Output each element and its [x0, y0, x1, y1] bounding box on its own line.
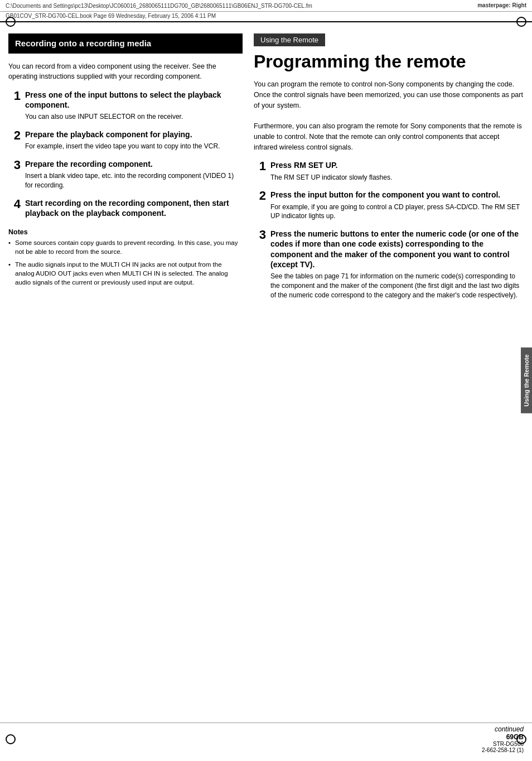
- right-step-3-content: Press the numeric buttons to enter the n…: [270, 229, 524, 300]
- right-step-number-1: 1: [254, 160, 266, 172]
- right-column: Using the Remote Programming the remote …: [254, 33, 524, 307]
- left-step-2: 2 Prepare the playback component for pla…: [8, 129, 243, 151]
- right-step-1-heading: Press RM SET UP.: [270, 160, 524, 170]
- step-3-content: Prepare the recording component. Insert …: [25, 159, 243, 190]
- right-step-number-3: 3: [254, 229, 266, 241]
- notes-title: Notes: [8, 228, 243, 236]
- note-item-1: Some sources contain copy guards to prev…: [8, 238, 243, 256]
- header-bar: C:\Documents and Settings\pc13\Desktop\J…: [0, 0, 532, 12]
- right-section-label: Using the Remote: [254, 33, 325, 46]
- step-4-heading: Start recording on the recording compone…: [25, 198, 243, 218]
- right-step-2-heading: Press the input button for the component…: [270, 190, 524, 200]
- right-step-number-2: 2: [254, 190, 266, 202]
- step-2-content: Prepare the playback component for playi…: [25, 129, 243, 151]
- footer: continued 69GB STR-DG500 2-662-258-12 (1…: [0, 723, 532, 755]
- right-step-1: 1 Press RM SET UP. The RM SET UP indicat…: [254, 160, 524, 182]
- right-step-2-body: For example, if you are going to control…: [270, 203, 524, 221]
- step-1-body: You can also use INPUT SELECTOR on the r…: [25, 112, 243, 122]
- step-3-heading: Prepare the recording component.: [25, 159, 243, 169]
- step-3-body: Insert a blank video tape, etc. into the…: [25, 171, 243, 190]
- right-step-3-heading: Press the numeric buttons to enter the n…: [270, 229, 524, 269]
- left-column: Recording onto a recording media You can…: [8, 33, 243, 307]
- step-2-heading: Prepare the playback component for playi…: [25, 129, 243, 139]
- footer-page-number: 69GB: [482, 733, 524, 741]
- right-intro-text: You can program the remote to control no…: [254, 79, 524, 152]
- footer-right: continued 69GB STR-DG500 2-662-258-12 (1…: [482, 725, 524, 753]
- note-item-2: The audio signals input to the MULTI CH …: [8, 260, 243, 287]
- header-path: C:\Documents and Settings\pc13\Desktop\J…: [6, 2, 312, 10]
- step-number-3: 3: [8, 159, 21, 171]
- main-content: Recording onto a recording media You can…: [0, 22, 532, 313]
- right-step-1-content: Press RM SET UP. The RM SET UP indicator…: [270, 160, 524, 182]
- vertical-tab: Using the Remote: [521, 348, 532, 413]
- subheader-bookinfo: GB01COV_STR-DG700-CEL.book Page 69 Wedne…: [0, 12, 532, 22]
- footer-model-line2: 2-662-258-12 (1): [482, 747, 524, 753]
- footer-model-line1: STR-DG500: [482, 741, 524, 747]
- left-step-3: 3 Prepare the recording component. Inser…: [8, 159, 243, 190]
- left-step-4: 4 Start recording on the recording compo…: [8, 198, 243, 220]
- header-masterpage: masterpage: Right: [477, 2, 526, 8]
- step-2-body: For example, insert the video tape you w…: [25, 142, 243, 151]
- left-section-title: Recording onto a recording media: [8, 33, 243, 54]
- page-main-title: Programming the remote: [254, 52, 524, 71]
- right-step-2: 2 Press the input button for the compone…: [254, 190, 524, 221]
- left-intro-text: You can record from a video component us…: [8, 61, 243, 83]
- right-step-3: 3 Press the numeric buttons to enter the…: [254, 229, 524, 300]
- step-1-content: Press one of the input buttons to select…: [25, 90, 243, 122]
- footer-continued: continued: [482, 725, 524, 733]
- step-number-4: 4: [8, 198, 21, 210]
- step-1-heading: Press one of the input buttons to select…: [25, 90, 243, 110]
- right-step-3-body: See the tables on page 71 for informatio…: [270, 272, 524, 300]
- step-number-2: 2: [8, 129, 21, 142]
- notes-section: Notes Some sources contain copy guards t…: [8, 228, 243, 286]
- right-step-2-content: Press the input button for the component…: [270, 190, 524, 221]
- step-4-content: Start recording on the recording compone…: [25, 198, 243, 220]
- right-step-1-body: The RM SET UP indicator slowly flashes.: [270, 173, 524, 182]
- step-number-1: 1: [8, 90, 21, 102]
- left-step-1: 1 Press one of the input buttons to sele…: [8, 90, 243, 122]
